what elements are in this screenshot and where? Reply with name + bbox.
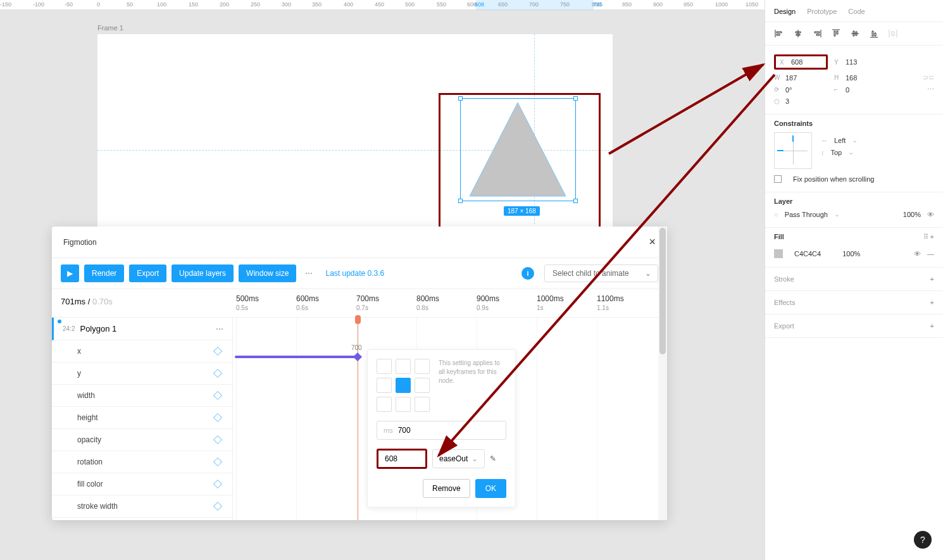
align-top-icon[interactable] xyxy=(831,28,841,39)
easing-select[interactable]: easeOut⌄ xyxy=(432,449,485,468)
keyframe-end[interactable] xyxy=(353,352,362,361)
play-button[interactable]: ▶ xyxy=(61,264,79,282)
add-effect-icon[interactable]: + xyxy=(930,299,934,306)
add-keyframe-icon[interactable] xyxy=(213,347,222,356)
property-row[interactable]: height xyxy=(52,407,232,429)
constraint-widget[interactable] xyxy=(774,132,812,169)
add-keyframe-icon[interactable] xyxy=(213,457,222,466)
fill-swatch[interactable] xyxy=(774,249,783,258)
property-row[interactable]: fill color xyxy=(52,473,232,495)
remove-fill-icon[interactable]: — xyxy=(927,250,934,258)
align-bottom-icon[interactable] xyxy=(869,28,879,39)
anchor-bl[interactable] xyxy=(377,397,392,412)
add-fill-icon[interactable]: + xyxy=(930,233,934,240)
blend-mode[interactable]: Pass Through xyxy=(785,211,828,218)
remove-button[interactable]: Remove xyxy=(423,479,470,498)
edit-easing-icon[interactable]: ✎ xyxy=(490,454,496,463)
tab-prototype[interactable]: Prototype xyxy=(807,8,837,15)
keyframe-value-input[interactable]: 608 xyxy=(377,449,427,469)
more-corners-icon[interactable]: ⋯ xyxy=(927,85,934,94)
anchor-ml[interactable] xyxy=(377,378,392,393)
close-icon[interactable]: × xyxy=(649,235,656,249)
export-section[interactable]: Export+ xyxy=(765,314,943,338)
anchor-bc[interactable] xyxy=(396,397,411,412)
rotation-value[interactable]: 0° xyxy=(785,86,792,94)
add-keyframe-icon[interactable] xyxy=(213,435,222,444)
layer-menu-icon[interactable]: ⋯ xyxy=(216,325,223,333)
anchor-mr[interactable] xyxy=(415,378,430,393)
effects-section[interactable]: Effects+ xyxy=(765,291,943,314)
info-icon[interactable]: i xyxy=(521,267,534,280)
export-button[interactable]: Export xyxy=(129,264,166,282)
add-stroke-icon[interactable]: + xyxy=(930,275,934,283)
corner-value[interactable]: 0 xyxy=(846,86,849,94)
constraint-h[interactable]: Left xyxy=(834,137,846,144)
property-row[interactable]: opacity xyxy=(52,429,232,451)
ruler-tick: 900 xyxy=(653,1,663,8)
stroke-section[interactable]: Stroke+ xyxy=(765,268,943,291)
anchor-tl[interactable] xyxy=(377,359,392,374)
align-vcenter-icon[interactable] xyxy=(850,28,860,39)
help-button[interactable]: ? xyxy=(914,531,932,549)
polygon-shape[interactable] xyxy=(470,103,566,197)
anchor-tr[interactable] xyxy=(415,359,430,374)
fill-hex[interactable]: C4C4C4 xyxy=(794,250,821,258)
transform-section: X 608 Y 113 W 187 H 168 ⊃⊂ ⟳ 0° xyxy=(765,46,943,115)
tracks-vscrollbar[interactable] xyxy=(658,227,667,520)
fill-styles-icon[interactable]: ⠿ xyxy=(923,233,928,240)
add-export-icon[interactable]: + xyxy=(930,322,934,330)
anchor-mc[interactable] xyxy=(396,378,411,393)
property-row[interactable]: rotation xyxy=(52,451,232,473)
selection-bounds[interactable] xyxy=(460,98,576,201)
timeline-tick: 1000ms1s xyxy=(537,294,564,312)
property-row[interactable]: stroke width xyxy=(52,495,232,518)
update-layers-button[interactable]: Update layers xyxy=(172,264,234,282)
tab-code[interactable]: Code xyxy=(848,8,865,15)
layer-opacity[interactable]: 100% xyxy=(903,211,921,218)
ruler-tick: 400 xyxy=(344,1,353,8)
ruler-tick: 950 xyxy=(684,1,693,8)
property-row[interactable]: y xyxy=(52,363,232,385)
child-select[interactable]: Select child to animate xyxy=(544,264,658,282)
timeline-ruler[interactable]: 500ms0.5s600ms0.6s700ms0.7s800ms0.8s900m… xyxy=(233,289,667,317)
polygon-sides-value[interactable]: 3 xyxy=(785,97,789,105)
window-size-button[interactable]: Window size xyxy=(239,264,296,282)
fill-opacity[interactable]: 100% xyxy=(842,250,860,258)
w-label: W xyxy=(774,74,782,81)
anchor-tc[interactable] xyxy=(396,359,411,374)
anchor-br[interactable] xyxy=(415,397,430,412)
anchor-grid[interactable] xyxy=(377,359,430,412)
x-value[interactable]: 608 xyxy=(791,58,802,66)
visibility-icon[interactable]: 👁 xyxy=(927,211,934,218)
ms-label: ms xyxy=(384,426,393,434)
align-hcenter-icon[interactable] xyxy=(793,28,803,39)
ok-button[interactable]: OK xyxy=(475,479,506,498)
y-value[interactable]: 113 xyxy=(846,58,857,66)
add-keyframe-icon[interactable] xyxy=(213,502,222,511)
add-keyframe-icon[interactable] xyxy=(213,480,222,488)
frame-label[interactable]: Frame 1 xyxy=(97,24,123,32)
fix-position-checkbox[interactable] xyxy=(774,175,782,183)
h-value[interactable]: 168 xyxy=(846,74,857,82)
align-left-icon[interactable] xyxy=(774,28,784,39)
property-row[interactable]: width xyxy=(52,385,232,407)
render-button[interactable]: Render xyxy=(84,264,124,282)
add-keyframe-icon[interactable] xyxy=(213,413,222,422)
w-value[interactable]: 187 xyxy=(785,74,797,82)
x-field-highlight[interactable]: X 608 xyxy=(774,54,828,70)
distribute-icon[interactable] xyxy=(888,28,898,39)
constraint-v[interactable]: Top xyxy=(831,149,842,156)
more-menu-icon[interactable]: ⋯ xyxy=(301,269,316,278)
timeline-tracks[interactable]: 700 This sett xyxy=(233,318,667,520)
keyframe-time-input[interactable]: 700 xyxy=(398,426,411,435)
fill-visibility-icon[interactable]: 👁 xyxy=(914,250,921,258)
layer-depth: 24:2 xyxy=(63,325,75,332)
property-row[interactable]: x xyxy=(52,340,232,363)
keyframe-track-x[interactable] xyxy=(235,356,358,358)
layer-row[interactable]: 24:2 Polygon 1 ⋯ xyxy=(52,318,232,340)
link-wh-icon[interactable]: ⊃⊂ xyxy=(923,73,934,82)
tab-design[interactable]: Design xyxy=(774,8,796,15)
add-keyframe-icon[interactable] xyxy=(213,391,222,400)
add-keyframe-icon[interactable] xyxy=(213,369,222,378)
align-right-icon[interactable] xyxy=(812,28,822,39)
